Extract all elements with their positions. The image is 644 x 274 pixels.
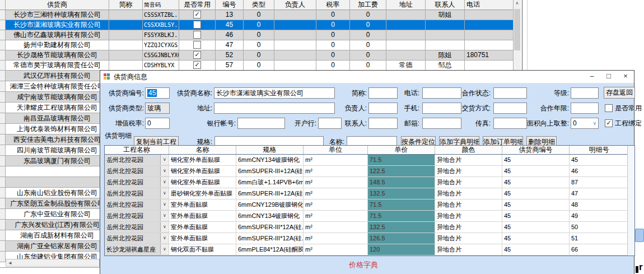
cell-spec[interactable]: 6mmPLE84*12A(硅酮胶... [236, 244, 304, 255]
cell-supplier[interactable]: 南昌亚晶玻璃有限公司 [6, 113, 109, 124]
cell-supplier[interactable]: 广东坚朗五金制品股份有限公司 [6, 198, 109, 209]
common-checkbox[interactable] [193, 21, 201, 29]
cell-no[interactable]: 46 [216, 30, 244, 40]
cell-name[interactable]: 室外单面贴膜 [169, 199, 236, 210]
row-header-cell[interactable] [0, 252, 6, 262]
chevron-down-icon[interactable]: ∨ [160, 155, 169, 165]
detail-grid-row[interactable]: ∨岳州北控花园 室外单面贴膜 6mmSUPER-III*12A(硅... m² … [105, 233, 634, 244]
cell-common[interactable]: ✓ [179, 50, 216, 61]
cell-fee[interactable]: 0 [350, 61, 386, 71]
cell-unit[interactable]: m² [304, 211, 368, 221]
cell-price[interactable]: 122.5 [368, 166, 435, 177]
detail-grid-row[interactable]: ∨岳州北控花园 钢化室外单面贴膜 6mm白玻+1.14PVB+6mm... m²… [105, 177, 634, 188]
cell-no[interactable]: 45 [216, 20, 244, 30]
chevron-down-icon[interactable]: ∨ [160, 188, 169, 198]
row-header-cell[interactable] [0, 198, 6, 209]
project-combobox[interactable]: ∨岳州北控花园 [105, 177, 169, 188]
cell-detail-no[interactable]: 66 [570, 244, 628, 255]
cell-name[interactable]: 室外单面贴膜 [169, 233, 236, 244]
cell-supplier[interactable]: 湘潭三金特种玻璃有限责任公司 [6, 81, 109, 92]
cell-abbr[interactable] [109, 40, 143, 50]
row-header-cell[interactable] [0, 209, 6, 220]
cell-detail-no[interactable]: 45 [570, 155, 628, 165]
row-header-cell[interactable] [0, 103, 6, 113]
cell-type[interactable]: 0 [244, 20, 274, 30]
cell-detail-no[interactable]: 51 [570, 233, 628, 244]
cell-fee[interactable]: 0 [350, 30, 386, 40]
save-return-button[interactable]: 存盘返回 [604, 87, 635, 99]
is-common-checkbox-group[interactable]: 是否常用 [605, 103, 642, 114]
col-header-common[interactable]: 是否常用 [179, 0, 216, 10]
row-header-cell[interactable] [0, 92, 6, 103]
cell-contact[interactable]: 胡姐 [426, 10, 465, 20]
common-checkbox[interactable] [193, 31, 201, 39]
cell-type[interactable]: 0 [244, 30, 274, 40]
col-header-spec[interactable]: 规格 [236, 146, 304, 154]
chevron-down-icon[interactable]: ∨ [160, 166, 169, 176]
col-header-fee[interactable]: 加工费 [350, 0, 386, 10]
cell-supplier[interactable]: 湖南百成新材料有限公司 [6, 230, 109, 241]
cell-detail-no[interactable]: 48 [570, 199, 628, 210]
cell-manager[interactable] [274, 10, 316, 20]
cell-phone[interactable]: 180751 [465, 50, 513, 61]
cell-type[interactable]: 0 [244, 40, 274, 50]
cell-phone[interactable] [465, 20, 513, 30]
row-header-cell[interactable] [0, 124, 6, 134]
scroll-left-icon[interactable]: ◄ [6, 261, 12, 266]
list-item[interactable]: 湘潭三金特种玻璃有限责任公司 [0, 81, 109, 92]
cell-no[interactable]: 57 [216, 61, 244, 71]
cell-type[interactable]: 0 [244, 10, 274, 20]
list-item[interactable]: 南昌亚晶玻璃有限公司 [0, 113, 109, 124]
cell-address[interactable] [386, 50, 426, 61]
project-combobox[interactable]: ∨岳州北控花园 [105, 155, 169, 165]
price-dictionary-link[interactable]: 价格字典 [319, 260, 408, 270]
scroll-up-icon[interactable]: ∧ [514, 0, 521, 8]
cell-supplier[interactable]: 扬州中勤建材有限公司 [6, 40, 109, 50]
cell-supplier-no[interactable]: 45 [502, 211, 570, 221]
cell-color[interactable]: 异地合片 [435, 244, 502, 255]
row-header-cell[interactable] [0, 241, 6, 252]
cell-price[interactable]: 132.5 [368, 188, 435, 199]
cell-tax[interactable]: 0 [316, 20, 350, 30]
cell-address[interactable] [386, 10, 426, 20]
cell-detail-no[interactable]: 47 [570, 188, 628, 199]
cell-fee[interactable]: 0 [350, 50, 386, 61]
col-header-unit[interactable]: 单位 [304, 146, 368, 154]
delivery-input[interactable] [493, 103, 527, 114]
cell-manager[interactable] [274, 40, 316, 50]
common-checkbox[interactable]: ✓ [193, 11, 201, 18]
cell-supplier[interactable]: 常德市昊宇玻璃有限责任公司 [6, 61, 109, 71]
col-header-name[interactable]: 名称 [169, 146, 236, 154]
cell-supplier[interactable]: 东晶玻璃厦门有限公司 [6, 156, 109, 166]
row-header-cell[interactable] [0, 81, 6, 92]
cell-address[interactable] [386, 20, 426, 30]
cell-spec[interactable]: 6mmSUPER-III*12A(硅... [236, 233, 304, 244]
cell-no[interactable]: 13 [216, 10, 244, 20]
cell-spec[interactable]: 6mmSUPER-III+12A(硅... [236, 188, 304, 199]
cell-price[interactable]: 126.5 [368, 233, 435, 244]
cell-pinyin[interactable]: CSSGJNBLYXGS [143, 50, 179, 61]
cell-detail-no[interactable]: 46 [570, 166, 628, 177]
detail-grid-row[interactable]: ∨岳州北控花园 钢化室外单面贴膜 6mmCNY134镀膜钢化 m² 71.5 异… [105, 155, 634, 166]
area-round-up-select[interactable]: ∨0 [571, 118, 599, 129]
minimize-button[interactable]: – [584, 71, 600, 83]
col-header-address[interactable]: 地址 [386, 0, 426, 10]
cell-unit[interactable]: m² [304, 222, 368, 233]
detail-grid-row[interactable]: ∨岳州北控花园 室外单面贴膜 6mmSUPER-III*12A(硅... m² … [105, 222, 634, 233]
list-item[interactable]: 西安佳吉美电力科技有限公司 [0, 134, 109, 145]
cell-manager[interactable] [274, 30, 316, 40]
cell-pinyin[interactable]: FSSYXBLKJ.. [143, 30, 179, 40]
cell-detail-no[interactable]: 49 [570, 211, 628, 221]
list-item[interactable]: 湖南广亚全铝家居有限公司 [0, 241, 109, 252]
cell-supplier-no[interactable]: 45 [502, 233, 570, 244]
col-header-manager[interactable]: 负责人 [274, 0, 316, 10]
cell-name[interactable]: 钢化双面不贴膜 [169, 244, 236, 255]
cell-supplier-no[interactable]: 45 [502, 244, 570, 255]
list-item[interactable]: 武汉亿珲科技有限公司 [0, 71, 109, 81]
cell-type[interactable]: 0 [244, 61, 274, 71]
chevron-down-icon[interactable]: ∨ [160, 211, 169, 221]
chevron-down-icon[interactable]: ∨ [160, 199, 169, 210]
is-common-checkbox[interactable] [605, 104, 613, 112]
cell-spec[interactable]: 6mmCNY134镀膜钢化 [236, 211, 304, 221]
cell-name[interactable]: 磨砂钢化室外单面贴膜 [169, 188, 236, 199]
